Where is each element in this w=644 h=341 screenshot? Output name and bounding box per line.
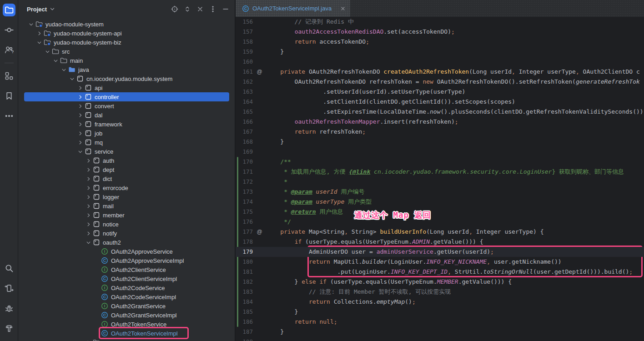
line-number[interactable]: 183	[236, 287, 253, 297]
line-number[interactable]: 176	[236, 217, 253, 227]
tree-row-main[interactable]: main	[24, 56, 229, 65]
gutter[interactable]: 161@	[236, 67, 266, 77]
code-line-157[interactable]: 157 oauth2AccessTokenRedisDAO.set(access…	[236, 27, 644, 37]
code-line-168[interactable]: 168 }	[236, 137, 644, 147]
collapse-all-icon[interactable]	[196, 5, 204, 13]
code-line-159[interactable]: 159 }	[236, 47, 644, 57]
chevron-right-icon[interactable]	[76, 93, 84, 100]
code-line-185[interactable]: 185 }	[236, 307, 644, 317]
gutter[interactable]: 177@	[236, 227, 266, 237]
gutter[interactable]: 188	[236, 337, 266, 341]
gutter[interactable]: 171	[236, 167, 266, 177]
gutter[interactable]: 165	[236, 107, 266, 117]
gutter[interactable]: 180	[236, 257, 266, 267]
line-number[interactable]: 182	[236, 277, 253, 287]
tree-row-oauth2codeservice[interactable]: IOAuth2CodeService	[24, 283, 229, 292]
tree-row-oauth2codeserviceimpl[interactable]: COAuth2CodeServiceImpl	[24, 292, 229, 301]
code-line-169[interactable]: 169	[236, 147, 644, 157]
chevron-down-icon[interactable]	[60, 66, 67, 73]
line-number[interactable]: 156	[236, 17, 253, 27]
line-number[interactable]: 162	[236, 77, 253, 87]
tree-row-controller[interactable]: controller	[24, 92, 229, 101]
chevron-right-icon[interactable]	[85, 202, 92, 210]
tree-row-member[interactable]: member	[24, 211, 229, 220]
chevron-right-icon[interactable]	[85, 221, 92, 228]
annotation-gutter-icon[interactable]: @	[253, 227, 266, 237]
line-number[interactable]: 172	[236, 177, 253, 187]
chevron-down-icon[interactable]	[52, 57, 59, 64]
code-line-182[interactable]: 182 } else if (userType.equals(UserTypeE…	[236, 277, 644, 287]
tree-row-dict[interactable]: dict	[24, 174, 229, 183]
code-line-158[interactable]: 158 return accessTokenDO;	[236, 37, 644, 47]
annotation-gutter-icon[interactable]: @	[253, 67, 266, 77]
project-icon[interactable]	[3, 4, 15, 16]
tree-row-logger[interactable]: logger	[24, 192, 229, 201]
line-number[interactable]: 179	[236, 247, 253, 257]
gutter[interactable]: 158	[236, 37, 266, 47]
code-line-160[interactable]: 160	[236, 57, 644, 67]
line-number[interactable]: 171	[236, 167, 253, 177]
tree-row-job[interactable]: job	[24, 129, 229, 138]
code-line-184[interactable]: 184 return Collections.emptyMap();	[236, 297, 644, 307]
line-number[interactable]: 158	[236, 37, 253, 47]
code-line-180[interactable]: 180 return MapUtil.builder(LoginUser.INF…	[236, 257, 644, 267]
gutter[interactable]: 178	[236, 237, 266, 247]
code-line-163[interactable]: 163 .setUserId(userId).setUserType(userT…	[236, 87, 644, 97]
line-number[interactable]: 175	[236, 207, 253, 217]
tree-row-oauth2grantserviceimpl[interactable]: COAuth2GrantServiceImpl	[24, 311, 229, 320]
chevron-right-icon[interactable]	[35, 30, 43, 37]
code-line-162[interactable]: 162 OAuth2RefreshTokenDO refreshToken = …	[236, 77, 644, 87]
chevron-down-icon[interactable]	[35, 39, 43, 46]
tree-row-auth[interactable]: auth	[24, 156, 229, 165]
gutter[interactable]: 186	[236, 317, 266, 327]
chevron-right-icon[interactable]	[85, 193, 92, 201]
chevron-right-icon[interactable]	[76, 84, 84, 91]
chevron-right-icon[interactable]	[85, 175, 92, 182]
gutter[interactable]: 172	[236, 177, 266, 187]
code-line-187[interactable]: 187 }	[236, 327, 644, 337]
chevron-down-icon[interactable]	[44, 48, 51, 55]
line-number[interactable]: 184	[236, 297, 253, 307]
chevron-right-icon[interactable]	[85, 211, 92, 219]
code-line-170[interactable]: 170 /**	[236, 157, 644, 167]
chevron-right-icon[interactable]	[85, 339, 92, 341]
debug-icon[interactable]	[3, 302, 15, 315]
gutter[interactable]: 176	[236, 217, 266, 227]
code-line-174[interactable]: 174 * @param userType 用户类型	[236, 197, 644, 207]
search-icon[interactable]	[3, 262, 15, 275]
chevron-right-icon[interactable]	[76, 130, 84, 137]
tree-row-oauth2approveservice[interactable]: IOAuth2ApproveService	[24, 247, 229, 256]
code-line-161[interactable]: 161@ private OAuth2RefreshTokenDO create…	[236, 67, 644, 77]
code-viewport[interactable]: 通过这个 Map 返回 156 // 记录到 Redis 中157 oauth2…	[236, 17, 644, 341]
gutter[interactable]: 170	[236, 157, 266, 167]
tree-row-notify[interactable]: notify	[24, 229, 229, 238]
gutter[interactable]: 185	[236, 307, 266, 317]
chevron-down-icon[interactable]	[85, 239, 92, 246]
gutter[interactable]: 168	[236, 137, 266, 147]
line-number[interactable]: 166	[236, 117, 253, 127]
code-line-167[interactable]: 167 return refreshToken;	[236, 127, 644, 137]
services-icon[interactable]	[3, 282, 15, 295]
line-number[interactable]: 163	[236, 87, 253, 97]
gutter[interactable]: 181	[236, 267, 266, 277]
line-number[interactable]: 180	[236, 257, 253, 267]
code-line-165[interactable]: 165 .setExpiresTime(LocalDateTime.now().…	[236, 107, 644, 117]
tree-row-mq[interactable]: mq	[24, 138, 229, 147]
line-number[interactable]: 188	[236, 337, 253, 341]
gutter[interactable]: 183	[236, 287, 266, 297]
gutter[interactable]: 173	[236, 187, 266, 197]
line-number[interactable]: 165	[236, 107, 253, 117]
tab-oauth2tokenserviceimpl[interactable]: C OAuth2TokenServiceImpl.java	[236, 0, 350, 17]
code-line-188[interactable]: 188	[236, 337, 644, 341]
chevron-right-icon[interactable]	[76, 139, 84, 146]
gutter[interactable]: 157	[236, 27, 266, 37]
chevron-right-icon[interactable]	[76, 102, 84, 110]
chevron-down-icon[interactable]	[27, 20, 35, 28]
gutter[interactable]: 156	[236, 17, 266, 27]
code-line-183[interactable]: 183 // 注意: 目前 Member 暂时不读取, 可以按需实现	[236, 287, 644, 297]
code-line-181[interactable]: 181 .put(LoginUser.INFO_KEY_DEPT_ID, Str…	[236, 267, 644, 277]
line-number[interactable]: 157	[236, 27, 253, 37]
code-line-178[interactable]: 178 if (userType.equals(UserTypeEnum.ADM…	[236, 237, 644, 247]
gutter[interactable]: 184	[236, 297, 266, 307]
tree-row-oauth2clientservice[interactable]: IOAuth2ClientService	[24, 265, 229, 274]
